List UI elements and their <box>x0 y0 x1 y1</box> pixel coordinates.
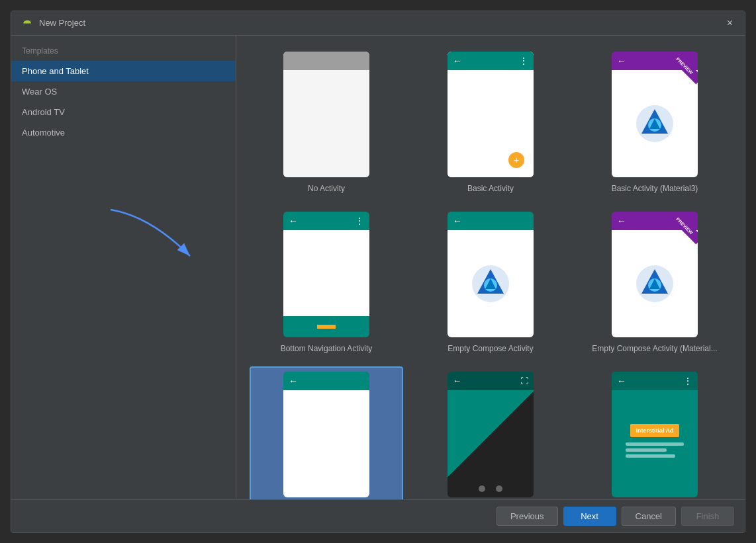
empty-compose-label: Empty Compose Activity <box>445 343 536 355</box>
more-icon3: ⋮ <box>355 216 364 226</box>
back-arrow-icon6: ← <box>289 376 298 386</box>
admob-more-icon: ⋮ <box>683 376 692 386</box>
template-fullscreen[interactable]: ← ⛶ Fullscreen Activity <box>414 366 567 499</box>
android-icon <box>21 17 34 30</box>
template-admob[interactable]: ← ⋮ Interstitial Ad <box>578 366 732 499</box>
compose-icon2 <box>471 264 510 304</box>
admob-body: Interstitial Ad <box>612 390 698 497</box>
fullscreen-preview: ← ⛶ <box>448 372 534 497</box>
more-icon: ⋮ <box>519 56 528 66</box>
arrow-annotation <box>97 203 230 282</box>
content-area: Templates Phone and Tablet Wear OS Andro… <box>11 36 745 499</box>
back-arrow-icon3: ← <box>289 216 298 226</box>
next-button[interactable]: Next <box>563 507 616 526</box>
close-button[interactable]: × <box>724 17 735 30</box>
compose-icon3 <box>635 264 675 304</box>
back-arrow-icon2: ← <box>617 56 626 66</box>
fullscreen-bar: ← ⛶ <box>448 372 534 390</box>
sidebar: Templates Phone and Tablet Wear OS Andro… <box>11 36 236 499</box>
template-empty-compose-material[interactable]: ← PREVIEW <box>578 206 732 360</box>
back-arrow-icon5: ← <box>617 216 626 226</box>
previous-button[interactable]: Previous <box>496 507 558 526</box>
sidebar-item-android-tv[interactable]: Android TV <box>11 102 236 122</box>
empty-compose-material-label: Empty Compose Activity (Material... <box>589 343 720 355</box>
sidebar-item-phone-tablet[interactable]: Phone and Tablet <box>11 61 236 81</box>
admob-back-icon: ← <box>617 376 626 386</box>
finish-button: Finish <box>681 507 734 526</box>
phone-buttons <box>479 485 502 492</box>
admob-bar: ← ⋮ <box>612 372 698 390</box>
empty-compose-preview: ← <box>448 212 534 337</box>
ad-lines <box>620 437 689 463</box>
basic-activity-preview: ← ⋮ + <box>448 52 534 177</box>
dialog-title: New Project <box>39 18 85 28</box>
fullscreen-expand-icon: ⛶ <box>520 376 528 386</box>
compose-icon <box>635 104 675 144</box>
bottom-nav-dot <box>317 325 336 329</box>
template-basic-material3[interactable]: ← <box>578 46 732 200</box>
template-bottom-nav[interactable]: ← ⋮ Bottom Navigation Activity <box>250 206 403 360</box>
back-arrow-icon: ← <box>453 56 462 66</box>
empty-activity-preview: ← <box>283 372 369 497</box>
template-empty-activity[interactable]: ← Empty Activity <box>250 366 403 499</box>
basic-material3-preview: ← <box>612 52 698 177</box>
new-project-dialog: New Project × Templates Phone and Tablet… <box>11 11 745 533</box>
fullscreen-back-icon: ← <box>453 376 461 386</box>
admob-preview: ← ⋮ Interstitial Ad <box>612 372 698 497</box>
diagonal-bg <box>448 372 534 497</box>
empty-compose-material-preview: ← PREVIEW <box>612 212 698 337</box>
back-arrow-icon4: ← <box>453 216 462 226</box>
interstitial-ad-box: Interstitial Ad <box>630 424 679 437</box>
basic-activity-label: Basic Activity <box>465 183 516 194</box>
sidebar-section-label: Templates <box>11 42 236 61</box>
sidebar-item-automotive[interactable]: Automotive <box>11 122 236 143</box>
sidebar-item-wear-os[interactable]: Wear OS <box>11 81 236 102</box>
fab-icon: + <box>508 152 524 168</box>
bottom-nav-label: Bottom Navigation Activity <box>278 343 375 355</box>
bottom-nav-preview: ← ⋮ <box>283 212 369 337</box>
template-no-activity[interactable]: No Activity <box>250 46 403 200</box>
bottom-row: Previous Next Cancel Finish <box>11 499 745 532</box>
basic-material3-label: Basic Activity (Material3) <box>609 183 701 194</box>
no-activity-label: No Activity <box>305 183 348 194</box>
templates-grid: No Activity ← ⋮ + Basic A <box>236 36 745 499</box>
cancel-button[interactable]: Cancel <box>622 507 676 526</box>
template-basic-activity[interactable]: ← ⋮ + Basic Activity <box>414 46 567 200</box>
main-area: No Activity ← ⋮ + Basic A <box>236 36 745 499</box>
title-bar: New Project × <box>11 11 745 36</box>
no-activity-preview <box>283 52 369 177</box>
title-bar-left: New Project <box>21 17 85 30</box>
template-empty-compose[interactable]: ← Empty Com <box>414 206 567 360</box>
